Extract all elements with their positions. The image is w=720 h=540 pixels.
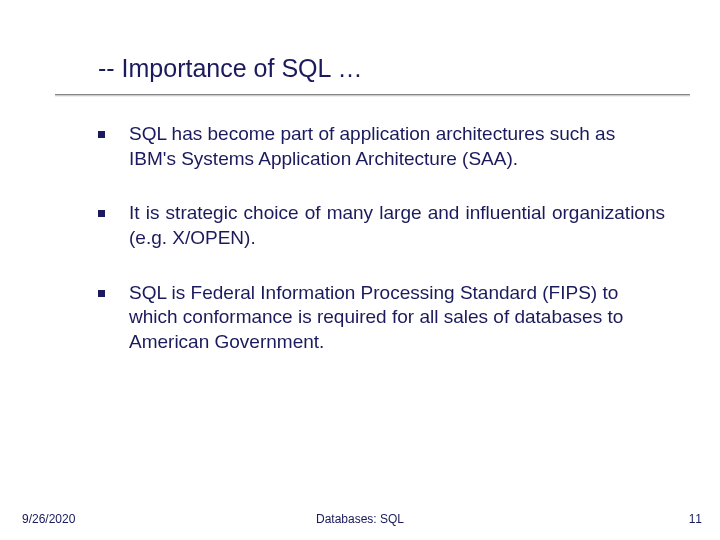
square-bullet-icon	[98, 131, 105, 138]
title-underline	[55, 94, 690, 96]
bullet-text: It is strategic choice of many large and…	[129, 201, 665, 250]
square-bullet-icon	[98, 210, 105, 217]
square-bullet-icon	[98, 290, 105, 297]
slide-body: SQL has become part of application archi…	[98, 122, 665, 385]
slide: -- Importance of SQL … SQL has become pa…	[0, 0, 720, 540]
bullet-item: SQL is Federal Information Processing St…	[98, 281, 665, 355]
bullet-text: SQL is Federal Information Processing St…	[129, 281, 665, 355]
bullet-text: SQL has become part of application archi…	[129, 122, 665, 171]
footer-title: Databases: SQL	[0, 512, 720, 526]
slide-title: -- Importance of SQL …	[98, 54, 680, 83]
title-area: -- Importance of SQL …	[98, 54, 680, 83]
bullet-item: It is strategic choice of many large and…	[98, 201, 665, 250]
bullet-item: SQL has become part of application archi…	[98, 122, 665, 171]
footer-page-number: 11	[689, 512, 702, 526]
